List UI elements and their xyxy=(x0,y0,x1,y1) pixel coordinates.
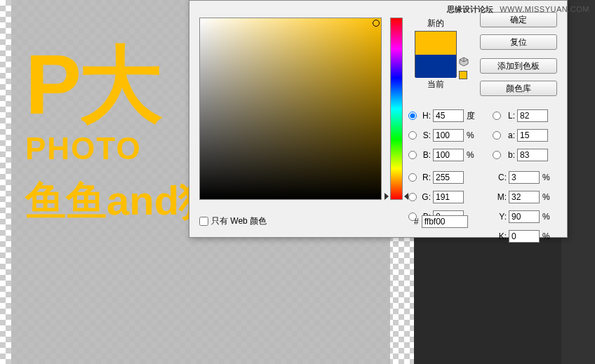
hue-radio[interactable] xyxy=(408,112,417,120)
current-color-swatch[interactable] xyxy=(415,55,456,78)
m-unit: % xyxy=(542,192,552,202)
red-radio[interactable] xyxy=(408,173,417,182)
saturation-input[interactable] xyxy=(433,129,464,142)
a-label: a: xyxy=(504,130,515,140)
saturation-radio[interactable] xyxy=(408,131,417,140)
brightness-radio[interactable] xyxy=(408,151,417,159)
lab-cmyk-inputs: L: a: b: C: % M: % xyxy=(493,107,563,248)
hue-slider[interactable] xyxy=(390,18,403,200)
green-radio[interactable] xyxy=(408,193,417,201)
s-unit: % xyxy=(467,130,476,140)
watermark: 思缘设计论坛 WWW.MISSYUAN.COM xyxy=(447,4,589,15)
y-label: Y: xyxy=(493,212,507,222)
hue-indicator-left-icon xyxy=(385,193,389,200)
hue-input[interactable] xyxy=(433,109,464,122)
hsb-rgb-inputs: H: 度 S: % B: % R: xyxy=(408,107,491,228)
b-label: B: xyxy=(420,150,431,160)
b-unit: % xyxy=(467,150,476,160)
websafe-swatch[interactable] xyxy=(459,71,467,79)
y-unit: % xyxy=(542,212,552,222)
swatch-box xyxy=(415,31,457,77)
green-input[interactable] xyxy=(433,191,464,203)
g-label: G: xyxy=(420,192,431,202)
c-label: C: xyxy=(493,173,507,182)
h-label: H: xyxy=(420,111,431,121)
labb-label: b: xyxy=(504,150,515,160)
r-label: R: xyxy=(420,173,431,182)
web-only-label: 只有 Web 颜色 xyxy=(211,215,267,227)
hash-label: # xyxy=(414,217,419,227)
black-input[interactable] xyxy=(509,230,540,243)
k-unit: % xyxy=(542,231,552,241)
a-radio[interactable] xyxy=(493,131,501,140)
labb-input[interactable] xyxy=(517,149,548,161)
watermark-url: WWW.MISSYUAN.COM xyxy=(500,5,589,13)
watermark-text: 思缘设计论坛 xyxy=(447,5,493,13)
hex-input[interactable] xyxy=(422,215,468,228)
web-only-checkbox[interactable] xyxy=(199,217,208,226)
s-label: S: xyxy=(420,130,431,140)
labb-radio[interactable] xyxy=(493,151,501,159)
a-input[interactable] xyxy=(517,129,548,142)
c-unit: % xyxy=(542,173,552,182)
current-color-label: 当前 xyxy=(411,79,460,90)
cyan-input[interactable] xyxy=(509,171,540,184)
h-unit: 度 xyxy=(467,110,476,122)
color-libraries-button[interactable]: 颜色库 xyxy=(480,81,557,96)
new-color-swatch[interactable] xyxy=(415,32,456,55)
l-input[interactable] xyxy=(517,109,548,122)
sv-cursor-icon xyxy=(373,20,380,27)
saturation-value-field[interactable] xyxy=(199,18,382,200)
l-label: L: xyxy=(504,111,515,121)
web-only-row: 只有 Web 颜色 xyxy=(199,215,267,227)
red-input[interactable] xyxy=(433,171,464,184)
m-label: M: xyxy=(493,192,507,202)
magenta-input[interactable] xyxy=(509,191,540,203)
gamut-warning-icon[interactable] xyxy=(459,57,469,67)
yellow-input[interactable] xyxy=(509,210,540,223)
l-radio[interactable] xyxy=(493,112,501,120)
brightness-input[interactable] xyxy=(433,149,464,161)
hex-row: # xyxy=(414,215,468,228)
add-to-swatches-button[interactable]: 添加到色板 xyxy=(480,58,557,74)
k-label: K: xyxy=(493,231,507,241)
reset-button[interactable]: 复位 xyxy=(480,34,557,50)
color-picker-dialog: 新的 当前 确定 复位 添加到色板 颜色库 H: 度 xyxy=(189,0,568,238)
dialog-buttons: 确定 复位 添加到色板 颜色库 xyxy=(480,12,557,103)
color-swatch-preview: 新的 当前 xyxy=(411,18,460,90)
new-color-label: 新的 xyxy=(411,18,460,29)
